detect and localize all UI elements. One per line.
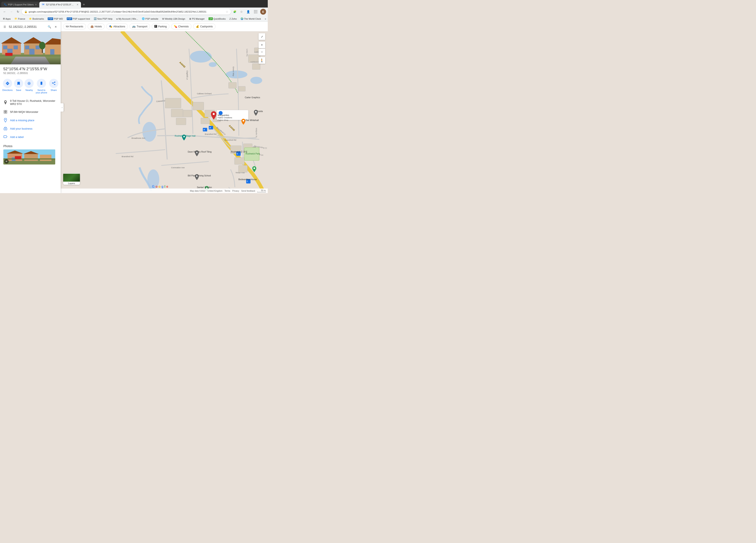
region-text: United Kingdom	[208, 190, 222, 192]
new-psp-icon: 🆕	[94, 17, 97, 20]
nearby-button[interactable]: Nearby	[24, 79, 34, 94]
save-button[interactable]: Save	[14, 79, 23, 94]
address-bar[interactable]: 🔒 google.com/maps/place/52°10'56.4"N+2°1…	[22, 9, 231, 15]
profile-avatar[interactable]: E	[260, 9, 266, 15]
zoom-out-button[interactable]: −	[259, 49, 265, 55]
map-data-text: Map data ©2022	[190, 190, 205, 192]
address-item[interactable]: 9 Toll House Cl, Rushwick, Worcester WR2…	[0, 97, 61, 108]
psp-icon: PSP	[48, 17, 53, 20]
svg-rect-74	[252, 64, 260, 69]
svg-point-56	[250, 77, 262, 84]
svg-point-96	[213, 113, 215, 115]
extensions-button[interactable]: 🧩	[232, 9, 238, 15]
search-icon: 🔍	[48, 25, 51, 28]
search-input[interactable]	[9, 25, 45, 28]
svg-rect-89	[234, 158, 244, 165]
privacy-link[interactable]: Privacy	[232, 190, 239, 192]
close-sidebar-button[interactable]: ✕	[54, 23, 58, 30]
forward-button[interactable]: →	[8, 9, 14, 15]
bookmark-psp-website[interactable]: 🌐 PSP website	[141, 17, 160, 20]
filter-hotels[interactable]: 🏨 Hotels	[88, 23, 105, 29]
add-missing-place-item[interactable]: Add a missing place	[0, 116, 61, 124]
add-business-item[interactable]: Add your business	[0, 124, 61, 133]
bookmark-psp-wd[interactable]: PSP PSP WD	[46, 17, 64, 20]
bookmark-more[interactable]: »	[264, 17, 267, 20]
hotels-label: Hotels	[95, 25, 102, 28]
collapse-sidebar-button[interactable]: ‹	[61, 103, 64, 112]
bookmark-weebly[interactable]: W Weebly LBA Design	[161, 17, 186, 20]
bookmark-bookmarks[interactable]: ⭐ Bookmarks	[28, 17, 45, 20]
tab-2-label: 52°10'56.4"N+2°15'55.9"W - G...	[46, 3, 75, 6]
bookmark-ps-manager[interactable]: 🖥 PS Manager	[188, 17, 206, 20]
tab-2-close[interactable]: ✕	[77, 3, 78, 6]
svg-rect-24	[50, 49, 54, 55]
nearby-label: Nearby	[26, 89, 33, 91]
coordinates-subtitle: 52.182322, -2.265531	[3, 72, 57, 75]
bookmark-quickbooks[interactable]: QB QuickBooks	[207, 17, 227, 20]
map-container[interactable]: A4440 A4440 Bransford Rd Colonel Dr Broa…	[61, 31, 268, 193]
svg-text:Broadmore Grn: Broadmore Grn	[132, 137, 145, 139]
bookmark-wix[interactable]: w My Account | Wix...	[115, 17, 139, 20]
new-tab-button[interactable]: +	[81, 2, 87, 8]
svg-point-2	[257, 10, 257, 11]
fullscreen-button[interactable]: ⤢	[259, 33, 265, 40]
photos-title: Photos	[3, 145, 57, 148]
filter-transport[interactable]: 🚌 Transport	[129, 23, 150, 29]
tab-1-close[interactable]: ✕	[35, 3, 37, 6]
send-to-phone-button[interactable]: Send to your phone	[35, 79, 48, 94]
save-label: Save	[16, 89, 21, 91]
google-e: e	[166, 185, 168, 188]
coordinates-title: 52°10'56.4"N 2°15'55.9"W	[3, 67, 57, 71]
filter-cashpoints[interactable]: 💰 Cashpoints	[193, 23, 215, 29]
apps-grid-icon[interactable]	[253, 9, 259, 15]
share-button[interactable]: Share	[49, 79, 58, 94]
bookmark-apps[interactable]: ⊞ Apps	[2, 17, 12, 20]
photo-thumbnail[interactable]: 👁	[3, 150, 55, 165]
send-to-phone-label: Send to your phone	[35, 89, 48, 94]
refresh-button[interactable]: ↻	[15, 9, 21, 15]
search-button[interactable]: 🔍	[47, 23, 52, 30]
world-clock-label: The World Clock	[244, 18, 261, 20]
sidebar-menu-button[interactable]: ☰	[3, 23, 7, 30]
bookmark-new-psp[interactable]: 🆕 New PSP Help	[92, 17, 114, 20]
zoom-in-button[interactable]: +	[259, 42, 265, 48]
filter-restaurants[interactable]: 🍽 Restaurants	[63, 23, 86, 29]
back-button[interactable]: ←	[2, 9, 8, 15]
nearby-icon-circle	[24, 79, 34, 88]
bookmark-zoho[interactable]: Z Zoho	[228, 17, 238, 20]
menu-icon: ☰	[4, 25, 6, 28]
google-o1: o	[155, 185, 158, 188]
collapse-icon: ‹	[62, 106, 62, 109]
map-area[interactable]: 🍽 Restaurants 🏨 Hotels 🎭 Attractions 🚌 T…	[61, 22, 268, 193]
svg-text:P: P	[210, 127, 211, 129]
scale-bar: 50 m	[257, 189, 266, 192]
svg-rect-50	[3, 159, 55, 160]
svg-rect-36	[6, 112, 7, 113]
filter-chemists[interactable]: 💊 Chemists	[171, 23, 191, 29]
street-view-pegman[interactable]: 🚶	[259, 57, 265, 64]
nav-bar: ← → ↻ 🔒 google.com/maps/place/52°10'56.4…	[0, 8, 268, 16]
info-section: 9 Toll House Cl, Rushwick, Worcester WR2…	[0, 96, 61, 142]
bookmark-psp-support[interactable]: PSP PSP support test	[65, 17, 91, 20]
terms-link[interactable]: Terms	[224, 190, 230, 192]
layers-label: Layers	[68, 182, 75, 185]
wix-label: My Account | Wix...	[118, 18, 138, 20]
tab-1[interactable]: 🐾 PSP | Support Pet Sitters ✕	[1, 2, 39, 8]
filter-attractions[interactable]: 🎭 Attractions	[106, 23, 128, 29]
filter-parking[interactable]: 🅿 Parking	[152, 23, 169, 29]
bookmark-france[interactable]: 📁 France	[13, 17, 26, 20]
user-button[interactable]: 👤	[245, 9, 251, 15]
add-label-item[interactable]: Add a label	[0, 133, 61, 141]
plus-code-item[interactable]: 5PJM+WQH Worcester	[0, 108, 61, 116]
bookmark-button[interactable]: ☆	[238, 9, 244, 15]
bookmark-star-icon[interactable]: ☆	[226, 10, 228, 13]
svg-point-54	[209, 62, 217, 67]
tab-2[interactable]: 🗺 52°10'56.4"N+2°15'55.9"W - G... ✕	[39, 2, 81, 8]
send-feedback-link[interactable]: Send feedback	[241, 190, 255, 192]
layers-button[interactable]: Layers	[63, 173, 80, 185]
apps-label: Apps	[5, 18, 11, 20]
bookmark-world-clock[interactable]: 🌍 The World Clock	[239, 17, 262, 20]
google-logo: G o o g l e	[152, 185, 168, 189]
street-view-photo[interactable]	[0, 32, 61, 64]
directions-button[interactable]: Directions	[2, 79, 13, 94]
